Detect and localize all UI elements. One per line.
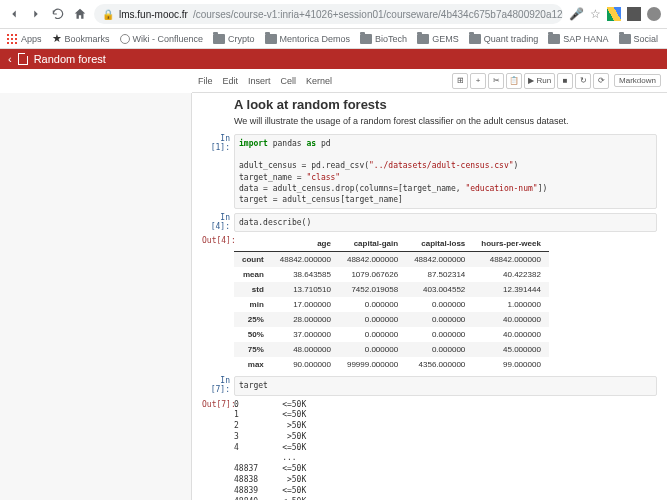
menu-edit[interactable]: Edit (223, 76, 239, 86)
prompt-in-1: In [1]: (202, 134, 234, 209)
reload-button[interactable] (50, 6, 66, 22)
jupyter-menu: File Edit Insert Cell Kernel (198, 76, 332, 86)
folder-icon (265, 34, 277, 44)
main-area: A look at random forests We will illustr… (0, 93, 667, 500)
bookmark-crypto[interactable]: Crypto (213, 34, 255, 44)
target-output: 0 <=50K 1 <=50K 2 >50K 3 >50K 4 <=50K ..… (234, 400, 657, 501)
lock-icon: 🔒 (102, 9, 114, 20)
home-button[interactable] (72, 6, 88, 22)
table-row: 50%37.0000000.0000000.00000040.000000 (234, 327, 549, 342)
prompt-out-7: Out[7]: (202, 400, 234, 501)
table-row: std13.7105107452.019058403.00455212.3914… (234, 282, 549, 297)
notebook[interactable]: A look at random forests We will illustr… (192, 93, 667, 500)
folder-icon (213, 34, 225, 44)
forward-button[interactable] (28, 6, 44, 22)
table-row: min17.0000000.0000000.0000001.000000 (234, 297, 549, 312)
menu-kernel[interactable]: Kernel (306, 76, 332, 86)
url-host: lms.fun-mooc.fr (119, 9, 188, 20)
save-button[interactable]: ⊞ (452, 73, 468, 89)
stop-button[interactable]: ■ (557, 73, 573, 89)
document-icon (18, 53, 28, 65)
course-title: Random forest (34, 53, 106, 65)
cell-out-4: Out[4]: agecapital-gaincapital-losshours… (202, 236, 657, 372)
bookmarks-folder[interactable]: ★Bookmarks (52, 32, 110, 45)
menu-cell[interactable]: Cell (281, 76, 297, 86)
sidebar (0, 93, 192, 500)
table-row: max90.00000099999.0000004356.00000099.00… (234, 357, 549, 372)
bookmark-mentorica[interactable]: Mentorica Demos (265, 34, 351, 44)
folder-icon (619, 34, 631, 44)
bookmarks-bar: Apps ★Bookmarks Wiki - Confluence Crypto… (0, 29, 667, 49)
back-button[interactable] (6, 6, 22, 22)
code-1: import pandas as pd adult_census = pd.re… (234, 134, 657, 209)
notebook-subtitle: We will illustrate the usage of a random… (234, 116, 657, 126)
cell-type-select[interactable]: Markdown (614, 74, 661, 87)
prompt-in-4: In [4]: (202, 213, 234, 232)
cell-in-4[interactable]: In [4]: data.describe() (202, 213, 657, 232)
table-row: mean38.6435851079.06762687.50231440.4223… (234, 267, 549, 282)
table-row: 75%48.0000000.0000000.00000045.000000 (234, 342, 549, 357)
code-7: target (234, 376, 657, 395)
apps-button[interactable]: Apps (6, 33, 42, 45)
cell-in-1[interactable]: In [1]: import pandas as pd adult_census… (202, 134, 657, 209)
star-icon[interactable]: ☆ (590, 7, 601, 21)
globe-icon (120, 34, 130, 44)
add-cell-button[interactable]: + (470, 73, 486, 89)
folder-icon (548, 34, 560, 44)
bookmark-wiki[interactable]: Wiki - Confluence (120, 34, 204, 44)
notebook-title: A look at random forests (234, 97, 657, 112)
course-title-bar: ‹ Random forest (0, 49, 667, 69)
restart-button[interactable]: ↻ (575, 73, 591, 89)
extensions: 🎤 ☆ (569, 7, 661, 21)
cell-in-7[interactable]: In [7]: target (202, 376, 657, 395)
folder-icon (417, 34, 429, 44)
table-row: count48842.00000048842.00000048842.00000… (234, 252, 549, 268)
chevron-left-icon[interactable]: ‹ (8, 53, 12, 65)
url-path: /courses/course-v1:inria+41026+session01… (193, 9, 563, 20)
browser-nav-bar: 🔒 lms.fun-mooc.fr /courses/course-v1:inr… (0, 0, 667, 29)
bookmark-sap[interactable]: SAP HANA (548, 34, 608, 44)
jupyter-tools: ⊞ + ✂ 📋 ▶ Run ■ ↻ ⟳ Markdown (452, 73, 661, 89)
apps-icon (6, 33, 18, 45)
bookmark-quant[interactable]: Quant trading (469, 34, 539, 44)
ext-icon-2[interactable] (647, 7, 661, 21)
gdrive-icon[interactable] (607, 7, 621, 21)
prompt-in-7: In [7]: (202, 376, 234, 395)
folder-icon (360, 34, 372, 44)
bookmark-biotech[interactable]: BioTech (360, 34, 407, 44)
cut-button[interactable]: ✂ (488, 73, 504, 89)
ext-icon-1[interactable] (627, 7, 641, 21)
jupyter-toolbar: File Edit Insert Cell Kernel ⊞ + ✂ 📋 ▶ R… (192, 69, 667, 93)
cell-out-7: Out[7]: 0 <=50K 1 <=50K 2 >50K 3 >50K 4 … (202, 400, 657, 501)
describe-table: agecapital-gaincapital-losshours-per-wee… (234, 236, 549, 372)
restart-run-button[interactable]: ⟳ (593, 73, 609, 89)
menu-insert[interactable]: Insert (248, 76, 271, 86)
mic-icon[interactable]: 🎤 (569, 7, 584, 21)
folder-icon (469, 34, 481, 44)
code-4: data.describe() (234, 213, 657, 232)
paste-button[interactable]: 📋 (506, 73, 522, 89)
bookmark-social[interactable]: Social (619, 34, 659, 44)
menu-file[interactable]: File (198, 76, 213, 86)
prompt-out-4: Out[4]: (202, 236, 234, 372)
url-bar[interactable]: 🔒 lms.fun-mooc.fr /courses/course-v1:inr… (94, 4, 563, 24)
star-icon: ★ (52, 32, 62, 45)
run-button[interactable]: ▶ Run (524, 73, 555, 89)
bookmark-gems[interactable]: GEMS (417, 34, 459, 44)
table-row: 25%28.0000000.0000000.00000040.000000 (234, 312, 549, 327)
